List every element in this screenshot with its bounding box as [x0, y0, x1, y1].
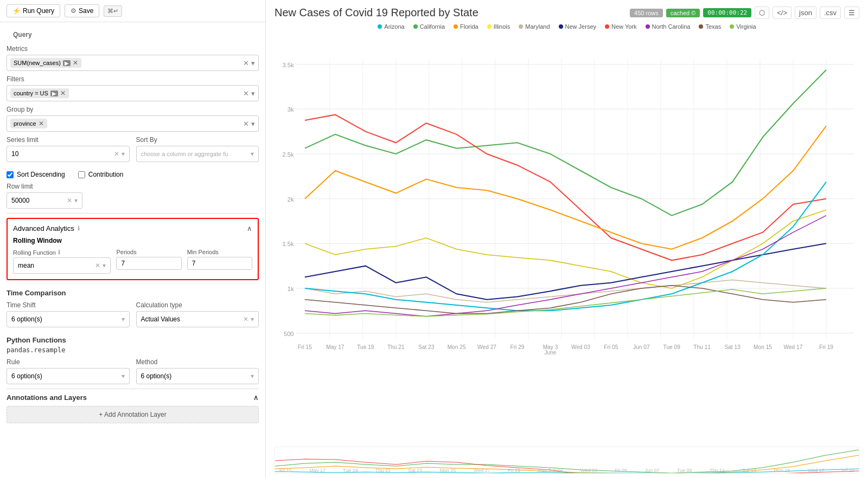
row-limit-arrow[interactable]: ▾	[74, 197, 78, 204]
add-annotation-layer-button[interactable]: + Add Annotation Layer	[7, 406, 259, 423]
chart-area: 500 1k 1.5k 2k 2.5k 3k 3.5k Fri 15 May 1…	[266, 32, 868, 447]
run-query-label: Run Query	[23, 7, 54, 15]
chart-header: New Cases of Covid 19 Reported by State …	[266, 0, 868, 19]
legend-dot	[605, 24, 609, 29]
calc-type-arrow[interactable]: ▾	[251, 315, 254, 323]
filters-dropdown-icon[interactable]: ▾	[251, 89, 255, 98]
csv-icon-btn[interactable]: .csv	[820, 7, 841, 19]
time-comparison-title: Time Comparison	[7, 289, 259, 297]
legend-item-california[interactable]: California	[413, 23, 445, 30]
advanced-analytics-section: Advanced Analytics ℹ ∧ Rolling Window Ro…	[7, 218, 259, 280]
rolling-function-field[interactable]: mean ✕ ▾	[13, 257, 111, 274]
svg-text:Sat 13: Sat 13	[724, 344, 741, 350]
row-limit-clear[interactable]: ✕	[67, 197, 72, 204]
svg-text:3k: 3k	[288, 106, 294, 113]
legend-label: New York	[611, 23, 636, 30]
legend-item-north-carolina[interactable]: North Carolina	[646, 23, 691, 30]
legend-dot	[454, 24, 458, 29]
series-limit-field[interactable]: 10 ✕ ▾	[7, 146, 130, 162]
legend-item-florida[interactable]: Florida	[454, 23, 478, 30]
collapse-icon[interactable]: ∧	[247, 224, 252, 232]
series-limit-value: 10	[11, 150, 114, 158]
filters-field-actions: ✕ ▾	[243, 89, 255, 98]
row-limit-field[interactable]: 50000 ✕ ▾	[7, 192, 82, 209]
legend-item-maryland[interactable]: Maryland	[519, 23, 550, 30]
advanced-analytics-header: Advanced Analytics ℹ ∧	[13, 224, 252, 232]
rule-field[interactable]: 6 option(s) ▾	[7, 368, 130, 384]
rolling-function-arrow[interactable]: ▾	[103, 262, 106, 269]
time-shift-value: 6 option(s)	[11, 315, 122, 323]
calc-type-clear[interactable]: ✕	[243, 315, 248, 323]
time-shift-field[interactable]: 6 option(s) ▾	[7, 311, 130, 327]
rule-arrow[interactable]: ▾	[122, 372, 125, 380]
filters-tag[interactable]: country = US ▶ ✕	[10, 88, 69, 98]
metrics-tag[interactable]: SUM(new_cases) ▶ ✕	[10, 58, 81, 68]
sort-by-field[interactable]: choose a column or aggregate fu ▾	[136, 146, 259, 162]
metrics-field[interactable]: SUM(new_cases) ▶ ✕ ✕ ▾	[7, 55, 259, 71]
filters-tag-close[interactable]: ✕	[60, 89, 66, 97]
metrics-clear-icon[interactable]: ✕	[243, 59, 249, 67]
row-limit-value: 50000	[11, 197, 67, 204]
calc-type-label: Calculation type	[136, 301, 259, 309]
svg-text:1k: 1k	[288, 286, 294, 292]
rolling-function-clear[interactable]: ✕	[95, 262, 100, 269]
group-by-dropdown-icon[interactable]: ▾	[251, 120, 255, 128]
json-icon-btn[interactable]: json	[795, 7, 816, 19]
group-by-tag-close[interactable]: ✕	[39, 120, 44, 127]
metrics-dropdown-icon[interactable]: ▾	[251, 59, 255, 67]
series-limit-label: Series limit	[7, 136, 130, 144]
legend-label: North Carolina	[652, 23, 691, 30]
svg-text:Fri 05: Fri 05	[604, 344, 618, 350]
share-icon-btn[interactable]: ⬡	[755, 7, 769, 19]
menu-icon-btn[interactable]: ☰	[844, 7, 859, 19]
group-by-tag-label: province	[14, 120, 36, 127]
svg-text:Wed 27: Wed 27	[477, 344, 496, 350]
rolling-function-info-icon[interactable]: ℹ	[58, 249, 60, 256]
method-field[interactable]: 6 option(s) ▾	[136, 368, 259, 384]
legend-label: Maryland	[525, 23, 550, 30]
sort-descending-checkbox[interactable]	[7, 171, 14, 178]
info-icon[interactable]: ℹ	[78, 225, 80, 232]
right-panel: New Cases of Covid 19 Reported by State …	[266, 0, 868, 478]
sort-descending-label: Sort Descending	[17, 171, 65, 178]
code-icon-btn[interactable]: </>	[773, 7, 792, 19]
sort-by-value: choose a column or aggregate fu	[141, 151, 251, 157]
calc-type-field[interactable]: Actual Values ✕ ▾	[136, 311, 259, 327]
sort-by-arrow[interactable]: ▾	[251, 150, 254, 158]
legend-item-new-york[interactable]: New York	[605, 23, 636, 30]
svg-text:Tue 19: Tue 19	[357, 344, 374, 350]
contribution-label: Contribution	[88, 171, 124, 178]
time-badge: 00:00:00:22	[703, 8, 751, 17]
chart-svg: 500 1k 1.5k 2k 2.5k 3k 3.5k Fri 15 May 1…	[275, 36, 859, 372]
series-limit-arrow[interactable]: ▾	[122, 150, 125, 158]
filters-field[interactable]: country = US ▶ ✕ ✕ ▾	[7, 85, 259, 101]
rule-label: Rule	[7, 358, 130, 366]
series-limit-clear[interactable]: ✕	[114, 150, 119, 158]
periods-input[interactable]	[116, 257, 181, 270]
legend-item-new-jersey[interactable]: New Jersey	[559, 23, 596, 30]
run-query-button[interactable]: ⚡ Run Query	[7, 4, 60, 17]
legend-item-arizona[interactable]: Arizona	[378, 23, 404, 30]
legend-label: Illinois	[494, 23, 510, 30]
time-shift-arrow[interactable]: ▾	[122, 315, 125, 323]
row-limit-label: Row limit	[7, 183, 259, 190]
metrics-tag-close[interactable]: ✕	[73, 59, 78, 67]
group-by-tag[interactable]: province ✕	[10, 119, 47, 128]
legend-item-illinois[interactable]: Illinois	[487, 23, 510, 30]
gear-icon: ⚙	[71, 7, 76, 15]
legend-item-texas[interactable]: Texas	[699, 23, 721, 30]
group-by-field[interactable]: province ✕ ✕ ▾	[7, 115, 259, 132]
legend-label: New Jersey	[565, 23, 596, 30]
contribution-checkbox[interactable]	[78, 171, 85, 178]
annotations-header: Annotations and Layers ∧	[7, 393, 259, 402]
min-periods-input[interactable]	[187, 257, 252, 270]
metrics-field-actions: ✕ ▾	[243, 59, 255, 67]
method-arrow[interactable]: ▾	[251, 372, 254, 380]
legend-item-virginia[interactable]: Virginia	[730, 23, 756, 30]
annotations-collapse-icon[interactable]: ∧	[253, 393, 259, 402]
rule-value: 6 option(s)	[11, 372, 122, 380]
chart-legend: ArizonaCaliforniaFloridaIllinoisMaryland…	[266, 19, 868, 32]
save-button[interactable]: ⚙ Save	[65, 4, 99, 17]
filters-clear-icon[interactable]: ✕	[243, 89, 249, 98]
group-by-clear-icon[interactable]: ✕	[243, 120, 249, 128]
